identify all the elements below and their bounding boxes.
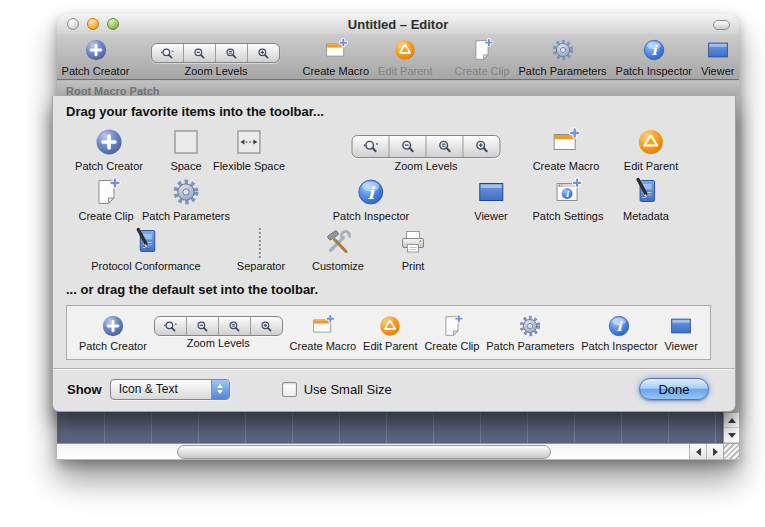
zoom-fit-segment[interactable]	[427, 136, 464, 157]
magnifier-minus-icon	[400, 139, 415, 154]
zoom-in-segment[interactable]	[251, 317, 282, 335]
default-item-create-macro[interactable]: Create Macro	[290, 313, 357, 352]
create-macro-icon	[323, 37, 349, 63]
toolbar-item-create-macro[interactable]: Create Macro	[302, 34, 369, 79]
zoom-out-segment[interactable]	[184, 44, 216, 62]
toolbar-item-label: Viewer	[701, 65, 734, 77]
done-button[interactable]: Done	[639, 378, 709, 400]
arrow-up-icon	[728, 418, 736, 423]
scroll-right-button[interactable]	[706, 444, 723, 459]
info-icon	[641, 37, 667, 63]
default-item-label: Patch Parameters	[486, 340, 574, 352]
customize-toolbar-sheet: Drag your favorite items into the toolba…	[52, 96, 736, 412]
magnifier-plus-icon	[260, 320, 273, 333]
toolbar-item-patch-inspector[interactable]: Patch Inspector	[616, 34, 692, 79]
palette-item-label: Print	[397, 260, 429, 272]
show-label: Show	[67, 382, 102, 397]
create-clip-icon	[469, 37, 495, 63]
arrow-down-icon	[728, 433, 736, 438]
default-item-label: Edit Parent	[363, 340, 417, 352]
zoom-actual-segment[interactable]	[155, 317, 187, 335]
title-bar[interactable]: Untitled – Editor	[57, 14, 739, 34]
edit-parent-icon	[377, 313, 403, 339]
flexible-space-icon	[233, 126, 265, 158]
palette-item-print[interactable]: Print	[397, 224, 429, 272]
palette-item-label: Create Macro	[533, 160, 600, 172]
zoom-actual-segment[interactable]	[353, 136, 390, 157]
create-macro-icon	[310, 313, 336, 339]
palette-item-metadata[interactable]: Metadata	[623, 174, 669, 222]
palette-item-separator[interactable]: Separator	[237, 224, 285, 272]
scroll-down-button[interactable]	[724, 428, 739, 443]
default-item-zoom-levels[interactable]: Zoom Levels	[154, 316, 283, 349]
palette-item-patch-settings[interactable]: Patch Settings	[533, 174, 604, 222]
horizontal-scrollbar-thumb[interactable]	[177, 445, 551, 459]
scroll-up-button[interactable]	[724, 413, 739, 428]
toolbar-item-zoom-levels[interactable]: Zoom Levels	[151, 34, 280, 79]
zoom-actual-segment[interactable]	[152, 44, 184, 62]
palette-item-zoom-levels[interactable]: Zoom Levels	[352, 124, 501, 172]
default-item-create-clip[interactable]: Create Clip	[424, 313, 479, 352]
palette-item-space[interactable]: Space	[170, 124, 202, 172]
magnifier-lines-icon	[225, 47, 238, 60]
toolbar-item-create-clip[interactable]: Create Clip	[455, 34, 510, 79]
default-item-viewer[interactable]: Viewer	[664, 313, 697, 352]
zoom-in-segment[interactable]	[464, 136, 500, 157]
arrow-right-icon	[713, 448, 718, 456]
toolbar-item-patch-creator[interactable]: Patch Creator	[62, 34, 130, 79]
palette-item-label: Patch Creator	[75, 160, 143, 172]
edit-parent-icon	[392, 37, 418, 63]
zoom-out-segment[interactable]	[390, 136, 427, 157]
magnifier-lines-icon	[228, 320, 241, 333]
palette-item-patch-parameters[interactable]: Patch Parameters	[142, 174, 230, 222]
toolbar-item-label: Edit Parent	[378, 65, 432, 77]
palette-item-customize[interactable]: Customize	[312, 224, 364, 272]
palette-item-label: Customize	[312, 260, 364, 272]
palette-item-patch-inspector[interactable]: Patch Inspector	[333, 174, 409, 222]
palette-item-create-macro[interactable]: Create Macro	[533, 124, 600, 172]
horizontal-scrollbar[interactable]	[57, 443, 723, 459]
zoom-levels-segmented[interactable]	[352, 135, 501, 158]
zoom-in-segment[interactable]	[248, 44, 279, 62]
zoom-fit-segment[interactable]	[216, 44, 248, 62]
default-item-label: Zoom Levels	[187, 337, 250, 349]
window-resize-grip[interactable]	[723, 443, 739, 459]
palette-item-create-clip[interactable]: Create Clip	[78, 174, 133, 222]
toolbar-item-patch-parameters[interactable]: Patch Parameters	[519, 34, 607, 79]
vertical-scrollbar[interactable]	[723, 413, 739, 443]
zoom-fit-segment[interactable]	[219, 317, 251, 335]
palette-item-label: Edit Parent	[624, 160, 678, 172]
toolbar-item-label: Create Clip	[455, 65, 510, 77]
palette-item-patch-creator[interactable]: Patch Creator	[75, 124, 143, 172]
info-icon	[606, 313, 632, 339]
palette-item-label: Create Clip	[78, 210, 133, 222]
toolbar-item-label: Create Macro	[302, 65, 369, 77]
space-icon	[170, 126, 202, 158]
palette-item-protocol-conformance[interactable]: Protocol Conformance	[91, 224, 200, 272]
zoom-levels-segmented[interactable]	[154, 316, 283, 336]
palette-item-label: Space	[170, 160, 202, 172]
default-item-patch-inspector[interactable]: Patch Inspector	[581, 313, 657, 352]
customize-icon	[322, 226, 354, 258]
toolbar-pill-button[interactable]	[713, 20, 730, 30]
show-mode-popup[interactable]: Icon & Text	[110, 379, 230, 400]
palette-item-viewer[interactable]: Viewer	[474, 174, 507, 222]
create-macro-icon	[550, 126, 582, 158]
zoom-levels-segmented[interactable]	[151, 43, 280, 63]
palette-item-edit-parent[interactable]: Edit Parent	[624, 124, 678, 172]
default-item-patch-parameters[interactable]: Patch Parameters	[486, 313, 574, 352]
gear-icon	[550, 37, 576, 63]
use-small-size-checkbox[interactable]	[282, 382, 297, 397]
palette-item-flexible-space[interactable]: Flexible Space	[213, 124, 285, 172]
default-item-patch-creator[interactable]: Patch Creator	[79, 313, 147, 352]
default-item-edit-parent[interactable]: Edit Parent	[363, 313, 417, 352]
toolbar-item-viewer[interactable]: Viewer	[701, 34, 734, 79]
toolbar-item-edit-parent[interactable]: Edit Parent	[378, 34, 432, 79]
gear-icon	[170, 176, 202, 208]
editor-tab-bar: Root Macro Patch	[57, 81, 739, 96]
scroll-left-button[interactable]	[689, 444, 706, 459]
zoom-out-segment[interactable]	[187, 317, 219, 335]
default-item-label: Patch Creator	[79, 340, 147, 352]
sheet-footer-divider	[53, 368, 735, 369]
default-item-label: Patch Inspector	[581, 340, 657, 352]
